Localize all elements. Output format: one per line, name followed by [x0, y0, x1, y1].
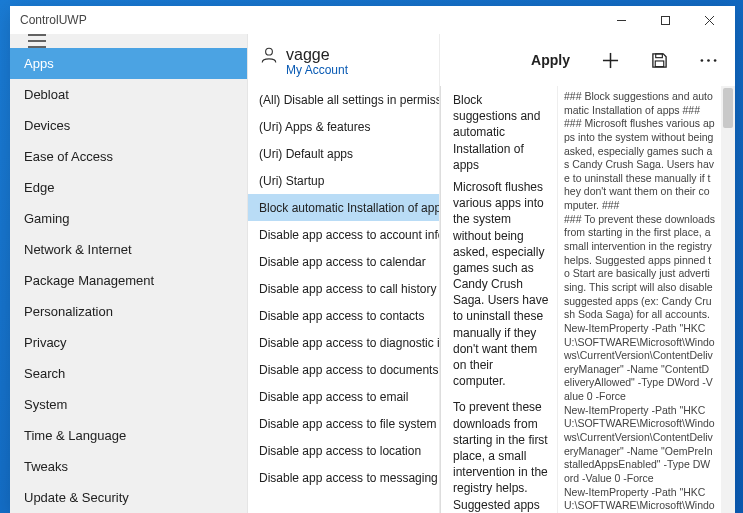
- sidebar-item[interactable]: Time & Language: [10, 420, 247, 451]
- settings-list-item[interactable]: Disable app access to calendar: [248, 248, 439, 275]
- content: AppsDebloatDevicesEase of AccessEdgeGami…: [10, 34, 735, 513]
- plus-icon: [602, 52, 619, 69]
- description-panel: Block suggestions and automatic Installa…: [440, 86, 558, 513]
- settings-list-item[interactable]: Disable app access to call history: [248, 275, 439, 302]
- settings-list-item[interactable]: Block automatic Installation of apps: [248, 194, 439, 221]
- account-name: vagge: [286, 46, 330, 64]
- sidebar-item[interactable]: Privacy: [10, 327, 247, 358]
- settings-list-item[interactable]: (Uri) Default apps: [248, 140, 439, 167]
- sidebar-item[interactable]: Search: [10, 358, 247, 389]
- sidebar-item[interactable]: Ease of Access: [10, 141, 247, 172]
- settings-list-item[interactable]: Disable app access to messaging: [248, 464, 439, 491]
- sidebar-item[interactable]: Gaming: [10, 203, 247, 234]
- settings-list-item[interactable]: Disable app access to location: [248, 437, 439, 464]
- settings-list-item[interactable]: (Uri) Apps & features: [248, 113, 439, 140]
- sidebar-item[interactable]: Package Management: [10, 265, 247, 296]
- more-button[interactable]: [700, 43, 717, 77]
- app-window: ControlUWP AppsDebloatDevicesEase of Acc…: [10, 6, 735, 513]
- account-subtitle: My Account: [260, 63, 427, 77]
- apply-button[interactable]: Apply: [531, 43, 570, 77]
- svg-rect-10: [656, 53, 663, 57]
- sidebar-item[interactable]: Personalization: [10, 296, 247, 327]
- settings-list-item[interactable]: Disable app access to email: [248, 383, 439, 410]
- description-para-1: Microsoft flushes various apps into the …: [453, 179, 549, 389]
- close-button[interactable]: [687, 6, 731, 34]
- maximize-button[interactable]: [643, 6, 687, 34]
- settings-list-item[interactable]: Disable app access to account info: [248, 221, 439, 248]
- code-text[interactable]: ### Block suggestions and automatic Inst…: [558, 86, 721, 513]
- right-panes: Block suggestions and automatic Installa…: [440, 86, 735, 513]
- sidebar-item[interactable]: Devices: [10, 110, 247, 141]
- svg-point-13: [707, 59, 710, 62]
- sidebar: AppsDebloatDevicesEase of AccessEdgeGami…: [10, 34, 248, 513]
- svg-point-14: [714, 59, 717, 62]
- svg-rect-1: [661, 16, 669, 24]
- sidebar-item[interactable]: Apps: [10, 48, 247, 79]
- right-area: Apply: [440, 34, 735, 513]
- person-icon: [260, 46, 278, 64]
- settings-panel: vagge My Account (All) Disable all setti…: [248, 34, 440, 513]
- sidebar-item[interactable]: Update & Security: [10, 482, 247, 513]
- svg-point-7: [266, 48, 273, 55]
- settings-list-item[interactable]: (All) Disable all settings in permission…: [248, 86, 439, 113]
- scrollbar[interactable]: [721, 86, 735, 513]
- settings-list: (All) Disable all settings in permission…: [248, 86, 439, 513]
- sidebar-item[interactable]: Edge: [10, 172, 247, 203]
- minimize-button[interactable]: [599, 6, 643, 34]
- description-para-2: To prevent these downloads from starting…: [453, 399, 549, 513]
- titlebar: ControlUWP: [10, 6, 735, 34]
- account-header[interactable]: vagge My Account: [248, 34, 439, 86]
- description-title: Block suggestions and automatic Installa…: [453, 92, 549, 173]
- settings-list-item[interactable]: Disable app access to file system: [248, 410, 439, 437]
- toolbar: Apply: [440, 34, 735, 86]
- settings-list-item[interactable]: Disable app access to documents: [248, 356, 439, 383]
- sidebar-item[interactable]: Tweaks: [10, 451, 247, 482]
- code-panel: ### Block suggestions and automatic Inst…: [558, 86, 735, 513]
- svg-point-12: [701, 59, 704, 62]
- hamburger-button[interactable]: [10, 34, 247, 48]
- window-title: ControlUWP: [20, 13, 599, 27]
- svg-rect-11: [655, 60, 664, 66]
- hamburger-icon: [28, 34, 46, 48]
- save-icon: [651, 52, 668, 69]
- scrollbar-thumb[interactable]: [723, 88, 733, 128]
- sidebar-item[interactable]: Debloat: [10, 79, 247, 110]
- save-button[interactable]: [651, 43, 668, 77]
- settings-list-item[interactable]: Disable app access to contacts: [248, 302, 439, 329]
- sidebar-item[interactable]: Network & Internet: [10, 234, 247, 265]
- sidebar-item[interactable]: System: [10, 389, 247, 420]
- ellipsis-icon: [700, 52, 717, 69]
- settings-list-item[interactable]: (Uri) Startup: [248, 167, 439, 194]
- add-button[interactable]: [602, 43, 619, 77]
- settings-list-item[interactable]: Disable app access to diagnostic informa…: [248, 329, 439, 356]
